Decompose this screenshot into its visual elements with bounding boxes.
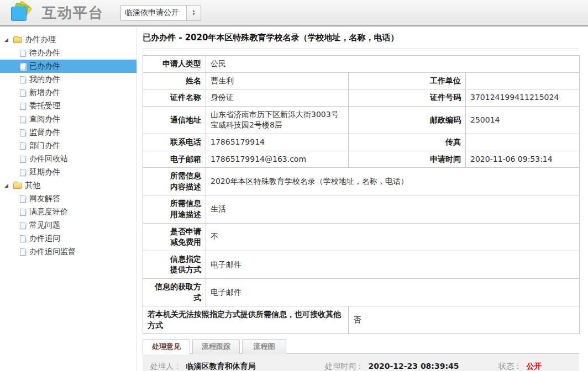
tree-folder-label: 办件办理: [25, 35, 56, 45]
page-title: 已办办件 - 2020年本区特殊教育学校名录（学校地址，名称，电话）: [143, 28, 579, 49]
page-icon: [20, 63, 26, 70]
page-icon: [20, 89, 26, 97]
handler-label: 处理人：: [150, 362, 181, 370]
page-icon: [20, 50, 26, 57]
field-label: 证件号码: [349, 89, 466, 107]
field-value: [466, 134, 580, 151]
field-value: 370124199411215024: [466, 89, 580, 107]
page-icon: [20, 169, 26, 176]
page-icon: [20, 76, 26, 83]
tree-item[interactable]: 待办办件: [0, 46, 136, 60]
tree-item-label: 委托受理: [29, 101, 60, 111]
table-row: 申请人类型公民: [143, 56, 580, 73]
result-panel: 处理人： 临淄区教育和体育局 处理时间： 2020-12-23 08:39:45…: [143, 354, 579, 371]
field-label: 信息的获取方式: [143, 278, 206, 306]
tree-item[interactable]: 办件回收站: [0, 152, 136, 166]
tree-item[interactable]: 网友解答: [0, 192, 136, 205]
status-field: 状态： 公开: [498, 362, 571, 371]
field-value: 2020年本区特殊教育学校名录（学校地址，名称，电话）: [206, 168, 580, 195]
tree-item[interactable]: 常见问题: [0, 219, 136, 232]
tree-item-label: 延期办件: [29, 167, 60, 177]
field-label: 联系电话: [143, 134, 206, 151]
tree-item-label: 办件追问: [29, 234, 60, 243]
tab[interactable]: 流程跟踪: [192, 339, 240, 354]
table-row: 联系电话17865179914传真: [143, 134, 580, 151]
field-label: 工作单位: [349, 72, 466, 89]
page-icon: [20, 248, 26, 256]
table-row: 电子邮箱17865179914@163.com申请时间2020-11-06 09…: [143, 151, 580, 168]
tab[interactable]: 处理意见: [143, 339, 190, 354]
field-value: 2020-11-06 09:53:14: [466, 151, 580, 168]
tree-item[interactable]: 部门办件: [0, 139, 136, 152]
tree-item-label: 常见问题: [29, 220, 60, 230]
field-label: 申请人类型: [143, 56, 206, 73]
caret-expanded-icon[interactable]: ◢: [4, 37, 11, 43]
tree-item[interactable]: 满意度评价: [0, 205, 136, 219]
status-label: 状态：: [498, 362, 522, 370]
sidebar-tree: ◢办件办理待办办件已办办件我的办件新增办件委托受理查阅办件监督办件部门办件办件回…: [0, 28, 137, 371]
tree-folder[interactable]: ◢办件办理: [0, 33, 136, 46]
field-value: 电子邮件: [206, 278, 580, 306]
field-value: 17865179914: [206, 134, 349, 151]
combobox-spinner-icon[interactable]: ▴▾: [186, 6, 201, 20]
tree-item[interactable]: 查阅办件: [0, 113, 136, 126]
table-row: 信息的获取方式电子邮件: [143, 278, 580, 306]
page-icon: [20, 116, 26, 123]
status-badge: 公开: [526, 362, 542, 370]
tree-item[interactable]: 办件追问: [0, 232, 136, 245]
field-label: 邮政编码: [349, 106, 466, 134]
page-icon: [20, 129, 26, 136]
field-label: 是否申请 减免费用: [143, 223, 206, 251]
result-meta-row: 处理人： 临淄区教育和体育局 处理时间： 2020-12-23 08:39:45…: [143, 354, 579, 371]
field-label: 电子邮箱: [143, 151, 206, 168]
handle-time-value: 2020-12-23 08:39:45: [368, 362, 459, 370]
app-header: 互动平台 临淄依申请公开 ▴▾: [0, 0, 588, 26]
field-label: 所需信息 用途描述: [143, 195, 206, 223]
page-icon: [20, 103, 26, 110]
field-label: 若本机关无法按照指定方式提供所需信息，也可接收其他方式: [143, 306, 349, 334]
field-value: 身份证: [206, 89, 349, 107]
tree-item[interactable]: 监督办件: [0, 126, 136, 139]
logo-blue-sheet: [11, 7, 27, 21]
field-value: 不: [206, 223, 580, 251]
caret-expanded-icon[interactable]: ◢: [4, 183, 11, 188]
handler-field: 处理人： 临淄区教育和体育局: [150, 362, 325, 371]
tree-folder-label: 其他: [25, 181, 40, 190]
scope-combobox[interactable]: 临淄依申请公开 ▴▾: [120, 5, 201, 21]
tab[interactable]: 流程图: [242, 339, 286, 354]
tab-bar: 处理意见流程跟踪流程图: [143, 339, 579, 354]
field-label: 证件名称: [143, 89, 206, 107]
tree-item-label: 部门办件: [29, 141, 60, 151]
field-value: 生活: [206, 195, 580, 223]
field-value: 17865179914@163.com: [206, 151, 349, 168]
tree-item[interactable]: 委托受理: [0, 99, 136, 113]
tree-item-label: 办件回收站: [29, 154, 68, 164]
tree-item-label: 网友解答: [29, 194, 60, 204]
field-value: 否: [349, 306, 580, 334]
tree-item[interactable]: 已办办件: [0, 60, 136, 73]
table-row: 是否申请 减免费用不: [143, 223, 580, 251]
tree-folder[interactable]: ◢其他: [0, 179, 136, 192]
tree-item[interactable]: 新增办件: [0, 86, 136, 99]
table-row: 所需信息 内容描述2020年本区特殊教育学校名录（学校地址，名称，电话）: [143, 168, 580, 195]
field-label: 通信地址: [143, 106, 206, 134]
tree-item[interactable]: 我的办件: [0, 73, 136, 86]
handle-time-field: 处理时间： 2020-12-23 08:39:45: [325, 362, 498, 371]
field-value: [466, 72, 580, 89]
page-icon: [20, 235, 26, 242]
field-label: 传真: [349, 134, 466, 151]
table-row: 若本机关无法按照指定方式提供所需信息，也可接收其他方式否: [143, 306, 580, 334]
field-value: 公民: [206, 56, 580, 73]
tree-item-label: 满意度评价: [29, 207, 68, 217]
field-label: 信息指定 提供方式: [143, 251, 206, 278]
tree-item[interactable]: 办件追问监督: [0, 245, 136, 258]
field-label: 姓名: [143, 72, 206, 89]
handler-value: 临淄区教育和体育局: [186, 362, 255, 370]
field-label: 申请时间: [349, 151, 466, 168]
tree-item-label: 查阅办件: [29, 114, 60, 124]
combobox-value: 临淄依申请公开: [121, 8, 186, 18]
tree-item[interactable]: 延期办件: [0, 166, 136, 179]
table-row: 证件名称身份证证件号码370124199411215024: [143, 89, 580, 107]
main-content: 已办办件 - 2020年本区特殊教育学校名录（学校地址，名称，电话） 申请人类型…: [143, 28, 579, 371]
table-row: 姓名曹生利工作单位: [143, 72, 580, 89]
